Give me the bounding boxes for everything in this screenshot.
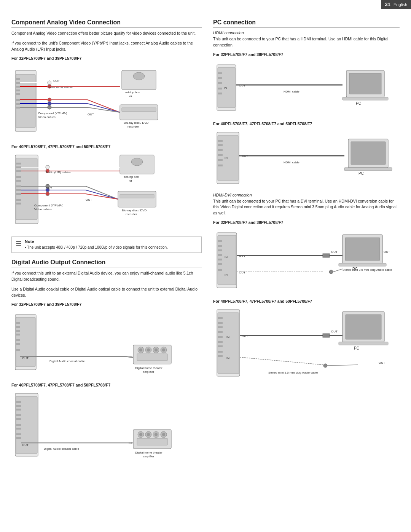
svg-rect-204 bbox=[218, 331, 223, 333]
svg-rect-208 bbox=[218, 351, 223, 353]
svg-rect-213 bbox=[323, 334, 330, 337]
svg-rect-118 bbox=[16, 409, 21, 411]
pc-hdmi-dvi-sub4: For 40PFL5708/F7, 47PFL5708/F7 and 50PFL… bbox=[213, 299, 400, 304]
svg-rect-162 bbox=[218, 154, 223, 156]
svg-rect-177 bbox=[218, 249, 222, 251]
note-text: • The unit accepts 480i / 480p / 720p an… bbox=[25, 244, 168, 250]
svg-point-19 bbox=[48, 105, 51, 109]
svg-rect-147 bbox=[218, 88, 222, 89]
svg-point-18 bbox=[48, 102, 51, 105]
svg-rect-178 bbox=[218, 254, 222, 256]
svg-point-222 bbox=[323, 364, 327, 367]
svg-point-196 bbox=[329, 270, 333, 274]
section2-desc1: If you connect this unit to an external … bbox=[11, 270, 202, 283]
svg-line-39 bbox=[88, 100, 120, 112]
svg-rect-95 bbox=[16, 343, 20, 345]
svg-text:OUT: OUT bbox=[53, 79, 60, 83]
section1-title: Component Analog Video Connection bbox=[11, 19, 202, 27]
svg-rect-92 bbox=[16, 330, 20, 332]
svg-text:HDMI cable: HDMI cable bbox=[284, 90, 299, 93]
svg-rect-54 bbox=[16, 203, 21, 204]
svg-rect-161 bbox=[218, 149, 223, 151]
svg-rect-117 bbox=[16, 405, 21, 407]
sub1-heading: For 32PFL5708/F7 and 39PFL5708/F7 bbox=[11, 56, 202, 61]
svg-text:HDMI cable: HDMI cable bbox=[284, 161, 299, 164]
svg-rect-124 bbox=[16, 437, 21, 439]
diagram-component-3239: OUT Component (Y/Pb/Pr) Video cables Aud… bbox=[11, 63, 202, 140]
svg-text:IN: IN bbox=[225, 273, 228, 276]
svg-rect-160 bbox=[218, 144, 223, 146]
svg-text:IN: IN bbox=[225, 256, 228, 259]
svg-rect-51 bbox=[16, 189, 21, 191]
svg-rect-3 bbox=[16, 82, 20, 84]
svg-rect-181 bbox=[218, 269, 222, 271]
svg-line-84 bbox=[86, 186, 118, 199]
svg-point-17 bbox=[48, 98, 51, 102]
page-number: 31 bbox=[385, 2, 390, 7]
svg-rect-158 bbox=[218, 135, 238, 181]
svg-rect-9 bbox=[16, 107, 20, 109]
svg-text:set-top box: set-top box bbox=[125, 91, 140, 94]
svg-text:or: or bbox=[129, 94, 132, 98]
svg-rect-188 bbox=[339, 263, 386, 266]
svg-rect-45 bbox=[16, 163, 21, 165]
diagram-svg-component-404750: Audio (L/R) cables OUT Component (Y/Pb/P… bbox=[11, 151, 194, 231]
svg-rect-50 bbox=[16, 185, 21, 187]
svg-text:OUT: OUT bbox=[384, 250, 390, 254]
svg-rect-145 bbox=[218, 77, 222, 79]
svg-text:Digital Audio coaxial cable: Digital Audio coaxial cable bbox=[44, 447, 79, 451]
diagram-pc-hdmidvi-3239: IN OUT PC OUT IN OUT Stere bbox=[213, 227, 400, 294]
svg-rect-116 bbox=[16, 401, 21, 403]
svg-rect-119 bbox=[16, 414, 21, 416]
svg-text:Blu-ray disc / DVD: Blu-ray disc / DVD bbox=[122, 209, 147, 212]
svg-rect-46 bbox=[16, 166, 21, 168]
pc-hdmi-dvi-sub3: For 32PFL5708/F7 and 39PFL5708/F7 bbox=[213, 220, 400, 225]
svg-text:PC: PC bbox=[358, 171, 364, 176]
svg-text:recorder: recorder bbox=[126, 212, 137, 216]
svg-text:OUT: OUT bbox=[331, 330, 338, 333]
svg-text:Video cables: Video cables bbox=[34, 208, 52, 211]
svg-text:IN: IN bbox=[226, 356, 229, 360]
svg-rect-180 bbox=[218, 263, 222, 265]
language-label: English bbox=[393, 2, 407, 7]
svg-rect-170 bbox=[344, 168, 392, 171]
svg-line-223 bbox=[327, 365, 358, 366]
svg-rect-7 bbox=[16, 99, 20, 101]
svg-rect-5 bbox=[16, 89, 20, 91]
right-column: PC connection HDMI connection This unit … bbox=[213, 19, 400, 465]
svg-line-197 bbox=[333, 269, 342, 272]
svg-point-109 bbox=[162, 348, 165, 351]
svg-text:Stereo mini 3.5 mm plug Audio : Stereo mini 3.5 mm plug Audio cable bbox=[268, 371, 318, 374]
svg-rect-163 bbox=[218, 159, 223, 161]
pc-hdmi-sub2: For 40PFL5708/F7, 47PFL5708/F7 and 50PFL… bbox=[213, 121, 400, 126]
svg-rect-48 bbox=[16, 176, 21, 178]
diagram-component-404750: Audio (L/R) cables OUT Component (Y/Pb/P… bbox=[11, 151, 202, 232]
diagram-pc-hdmi-3239: IN OUT PC HDMI cable bbox=[213, 59, 400, 117]
svg-rect-206 bbox=[218, 341, 223, 343]
svg-rect-120 bbox=[16, 418, 21, 420]
svg-text:IN: IN bbox=[224, 86, 227, 89]
svg-point-135 bbox=[155, 433, 158, 436]
svg-text:Stereo mini 3.5 mm plug Audio : Stereo mini 3.5 mm plug Audio cable bbox=[342, 268, 392, 272]
svg-text:Digital Audio coaxial cable: Digital Audio coaxial cable bbox=[49, 359, 85, 363]
svg-text:OUT: OUT bbox=[379, 361, 385, 364]
section2-title: Digital Audio Output Connection bbox=[11, 259, 202, 267]
svg-rect-123 bbox=[16, 433, 21, 435]
hdmi-dvi-desc: This unit can be connected to your PC th… bbox=[213, 198, 400, 216]
hdmi-label: HDMI connection bbox=[213, 30, 400, 35]
top-bar: 31 English bbox=[381, 0, 411, 9]
svg-rect-164 bbox=[218, 165, 223, 166]
svg-rect-93 bbox=[16, 334, 20, 335]
svg-rect-176 bbox=[218, 245, 222, 247]
svg-rect-146 bbox=[218, 82, 222, 84]
svg-text:IN: IN bbox=[225, 156, 228, 160]
svg-rect-94 bbox=[16, 339, 20, 341]
note-content: Note • The unit accepts 480i / 480p / 72… bbox=[25, 239, 168, 250]
section2-desc2: Use a Digital Audio coaxial cable or Dig… bbox=[11, 286, 202, 299]
svg-rect-52 bbox=[16, 193, 21, 195]
svg-rect-154 bbox=[342, 97, 388, 100]
svg-rect-144 bbox=[218, 72, 222, 74]
svg-text:Component (Y/Pb/Pr): Component (Y/Pb/Pr) bbox=[38, 112, 67, 115]
hdmi-desc: This unit can be connected to your PC th… bbox=[213, 36, 400, 48]
svg-rect-207 bbox=[218, 345, 223, 347]
